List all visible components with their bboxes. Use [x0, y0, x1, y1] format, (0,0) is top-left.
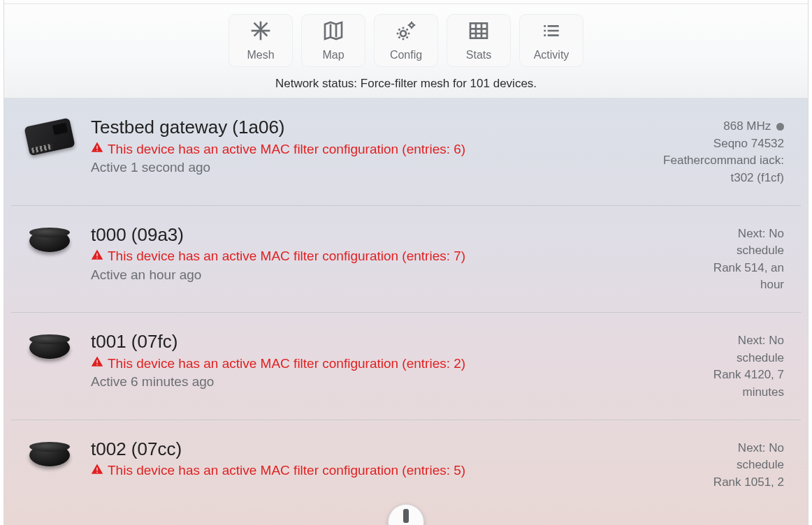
- device-thumbnail: [21, 331, 78, 359]
- nav-stats-label: Stats: [466, 49, 491, 61]
- list-icon: [540, 20, 563, 45]
- side-line2: schedule: [713, 350, 784, 367]
- device-main: t001 (07fc) This device has an active MA…: [91, 331, 701, 390]
- app-frame: Mesh Map Config Stats: [4, 0, 808, 525]
- warning-icon: [91, 463, 103, 479]
- device-row[interactable]: t001 (07fc) This device has an active MA…: [11, 313, 801, 420]
- side-line3: Rank 1051, 2: [713, 474, 784, 491]
- device-main: t002 (07cc) This device has an active MA…: [91, 438, 701, 482]
- side-line4: hour: [713, 276, 784, 294]
- freq-text: 868 MHz: [723, 119, 771, 133]
- warning-icon: [91, 355, 103, 371]
- nav-map-button[interactable]: Map: [301, 14, 365, 67]
- table-icon: [467, 20, 490, 45]
- seqno-text: Seqno 74532: [663, 135, 784, 153]
- nav-row: Mesh Map Config Stats: [4, 14, 808, 67]
- side-line2: schedule: [713, 457, 784, 474]
- device-active-text: Active 1 second ago: [91, 160, 651, 175]
- side-line1: Next: No: [713, 225, 784, 243]
- warning-icon: [91, 249, 103, 265]
- device-thumbnail: [21, 117, 78, 151]
- device-title: t001 (07fc): [91, 331, 701, 353]
- puck-icon: [29, 230, 70, 252]
- device-warning-text: This device has an active MAC filter con…: [108, 356, 465, 371]
- warning-icon: [91, 141, 103, 157]
- nav-config-label: Config: [390, 49, 422, 61]
- device-active-text: Active an hour ago: [91, 267, 701, 283]
- fab-handle-icon: [403, 509, 409, 523]
- nav-mesh-button[interactable]: Mesh: [229, 14, 293, 67]
- nav-config-button[interactable]: Config: [374, 14, 438, 67]
- device-title: t000 (09a3): [91, 224, 701, 246]
- network-status-text: Network status: Force-filter mesh for 10…: [4, 77, 808, 91]
- device-warning-text: This device has an active MAC filter con…: [108, 463, 465, 478]
- puck-icon: [29, 444, 70, 466]
- device-main: Testbed gateway (1a06) This device has a…: [91, 117, 651, 175]
- svg-point-1: [409, 23, 413, 27]
- status-dot-icon: [776, 123, 784, 131]
- map-icon: [322, 20, 345, 45]
- side-line3: Rank 514, an: [713, 260, 784, 277]
- nav-activity-button[interactable]: Activity: [519, 14, 583, 67]
- device-thumbnail: [21, 224, 78, 252]
- gears-icon: [395, 20, 417, 45]
- device-warning-text: This device has an active MAC filter con…: [108, 142, 465, 157]
- snowflake-icon: [249, 20, 272, 45]
- device-active-text: Active 6 minutes ago: [91, 374, 701, 390]
- device-row[interactable]: Testbed gateway (1a06) This device has a…: [11, 98, 801, 206]
- nav-stats-button[interactable]: Stats: [447, 14, 511, 67]
- device-warning: This device has an active MAC filter con…: [91, 249, 701, 265]
- side-line3: Feathercommand iack:: [663, 152, 784, 170]
- device-row[interactable]: t002 (07cc) This device has an active MA…: [11, 420, 801, 510]
- device-sideinfo: 868 MHz Seqno 74532 Feathercommand iack:…: [663, 117, 784, 187]
- side-line4: minutes: [713, 384, 784, 401]
- device-main: t000 (09a3) This device has an active MA…: [91, 224, 701, 283]
- side-line3: Rank 4120, 7: [713, 367, 784, 384]
- side-line2: schedule: [713, 242, 784, 260]
- device-list: Testbed gateway (1a06) This device has a…: [4, 98, 808, 510]
- nav-activity-label: Activity: [534, 49, 570, 61]
- side-line1: Next: No: [713, 440, 784, 457]
- device-sideinfo: Next: No schedule Rank 4120, 7 minutes: [713, 331, 784, 401]
- device-title: Testbed gateway (1a06): [91, 117, 651, 138]
- device-title: t002 (07cc): [91, 438, 701, 460]
- svg-rect-2: [470, 23, 487, 38]
- puck-icon: [29, 337, 70, 359]
- side-line1: Next: No: [713, 332, 784, 350]
- side-line4: t302 (f1cf): [663, 170, 784, 187]
- svg-point-0: [400, 31, 406, 36]
- device-warning: This device has an active MAC filter con…: [91, 141, 651, 157]
- device-sideinfo: Next: No schedule Rank 1051, 2: [713, 438, 784, 491]
- device-warning-text: This device has an active MAC filter con…: [108, 249, 465, 264]
- nav-mesh-label: Mesh: [247, 49, 274, 61]
- board-icon: [24, 118, 75, 156]
- nav-map-label: Map: [322, 49, 344, 61]
- header: Mesh Map Config Stats: [4, 4, 808, 98]
- device-thumbnail: [21, 438, 78, 466]
- device-warning: This device has an active MAC filter con…: [91, 355, 701, 371]
- device-row[interactable]: t000 (09a3) This device has an active MA…: [11, 206, 801, 313]
- device-sideinfo: Next: No schedule Rank 514, an hour: [713, 224, 784, 295]
- device-warning: This device has an active MAC filter con…: [91, 463, 701, 479]
